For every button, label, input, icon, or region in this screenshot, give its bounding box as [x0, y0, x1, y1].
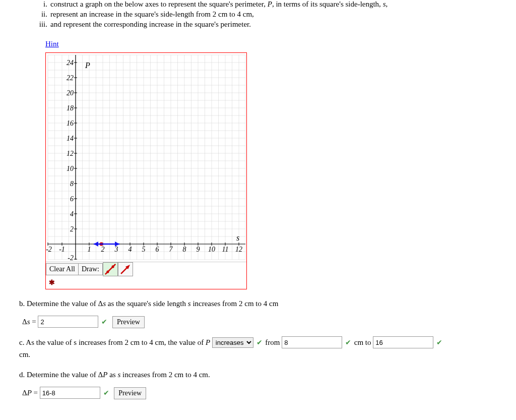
delta-s-row: Δs = ✔ Preview	[22, 316, 501, 328]
graph-canvas[interactable]: 24 22 20 18 16 14 12 10 8 6 4 2 -2 -2 -1…	[46, 53, 246, 262]
delta-p-row: ΔP = ✔ Preview	[22, 387, 501, 399]
svg-text:11: 11	[222, 246, 229, 253]
svg-text:9: 9	[197, 246, 200, 253]
svg-text:6: 6	[70, 195, 74, 203]
svg-text:4: 4	[128, 246, 132, 253]
y-axis-label: P	[85, 61, 90, 70]
svg-text:10: 10	[208, 246, 215, 253]
svg-line-118	[105, 264, 115, 274]
check-icon: ✔	[101, 318, 107, 326]
svg-text:12: 12	[235, 246, 242, 253]
svg-point-119	[106, 271, 109, 273]
part-d-text: d. Determine the value of ΔP as s increa…	[19, 369, 501, 381]
svg-text:6: 6	[156, 246, 159, 253]
svg-text:20: 20	[67, 89, 74, 97]
svg-text:24: 24	[67, 59, 74, 67]
delta-p-input[interactable]	[40, 387, 100, 399]
arrow-diagonal-icon	[118, 262, 133, 276]
preview-button[interactable]: Preview	[114, 387, 146, 399]
clear-all-button[interactable]: Clear All	[46, 263, 79, 275]
part-c-text: c. As the value of s increases from 2 cm…	[19, 336, 501, 361]
direction-select[interactable]: increases	[212, 337, 253, 348]
svg-text:2: 2	[101, 246, 105, 253]
svg-point-120	[111, 265, 114, 268]
roman-i: i.	[35, 0, 47, 9]
svg-text:7: 7	[169, 246, 173, 253]
graph-toolbar: Clear All Draw:	[46, 262, 246, 276]
part-b-text: b. Determine the value of Δs as the squa…	[19, 297, 501, 310]
instruction-item-iii: iii. and represent the corresponding inc…	[35, 20, 501, 29]
preview-button[interactable]: Preview	[112, 316, 145, 328]
svg-text:1: 1	[88, 246, 91, 253]
svg-text:8: 8	[70, 180, 74, 188]
hint-link[interactable]: Hint	[45, 40, 59, 48]
check-icon: ✔	[436, 339, 442, 346]
svg-text:4: 4	[70, 210, 74, 218]
x-axis-label: s	[236, 233, 239, 242]
arrow-tool-button[interactable]	[118, 262, 133, 276]
roman-iii: iii.	[35, 20, 47, 29]
svg-text:14: 14	[67, 135, 74, 142]
check-icon: ✔	[345, 339, 351, 346]
instruction-item-i: i. construct a graph on the below axes t…	[35, 0, 501, 9]
svg-text:12: 12	[67, 150, 74, 157]
svg-text:10: 10	[67, 165, 74, 172]
check-icon: ✔	[256, 339, 263, 346]
to-value-input[interactable]	[373, 336, 433, 348]
graph-container: 24 22 20 18 16 14 12 10 8 6 4 2 -2 -2 -1…	[45, 52, 247, 289]
svg-text:16: 16	[67, 119, 74, 127]
svg-text:8: 8	[183, 246, 186, 253]
svg-rect-0	[46, 53, 246, 262]
svg-text:3: 3	[114, 246, 118, 253]
svg-text:-2: -2	[68, 254, 74, 262]
roman-ii: ii.	[35, 10, 47, 19]
from-value-input[interactable]	[282, 336, 342, 348]
check-icon: ✔	[103, 389, 109, 397]
draw-label: Draw:	[79, 263, 103, 275]
line-tool-button[interactable]	[103, 262, 118, 276]
svg-text:5: 5	[142, 246, 146, 253]
line-with-points-icon	[103, 262, 117, 276]
svg-text:22: 22	[67, 74, 74, 82]
svg-text:2: 2	[70, 225, 74, 233]
svg-text:-2: -2	[46, 246, 52, 253]
instruction-item-ii: ii. represent an increase in the square'…	[35, 10, 501, 19]
svg-text:18: 18	[67, 104, 74, 112]
error-icon: ✱	[46, 276, 246, 289]
svg-text:-1: -1	[59, 246, 65, 253]
instruction-list: i. construct a graph on the below axes t…	[35, 0, 501, 29]
delta-s-input[interactable]	[38, 316, 98, 328]
